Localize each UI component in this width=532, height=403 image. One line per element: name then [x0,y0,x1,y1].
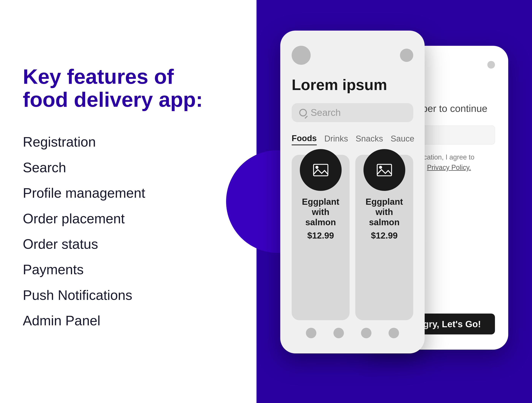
list-item: Profile management [23,185,234,201]
right-panel: bile number to continue 832 the applicat… [256,0,532,403]
bottom-nav [292,328,413,338]
search-placeholder: Search [311,107,341,118]
food-name: Eggplant with salmon [361,196,408,227]
svg-rect-2 [377,164,392,176]
category-tabs: Foods Drinks Snacks Sauce [292,133,413,145]
tab-drinks[interactable]: Drinks [324,134,348,145]
svg-point-3 [379,166,382,169]
nav-orders[interactable] [361,328,371,338]
image-placeholder-icon [313,164,328,176]
list-item: Payments [23,261,234,278]
list-item: Push Notifications [23,287,234,303]
feature-list: Registration Search Profile management O… [23,134,234,338]
list-item: Registration [23,134,234,150]
list-item: Order status [23,236,234,252]
nav-home[interactable] [306,328,316,338]
left-panel: Key features of food delivery app: Regis… [0,0,256,403]
phone-back-camera [487,61,495,69]
main-title: Key features of food delivery app: [23,65,234,111]
food-price: $12.99 [307,230,334,241]
phones-container: bile number to continue 832 the applicat… [280,31,508,372]
food-cards-grid: Eggplant with salmon $12.99 Eggplant wit… [292,155,413,320]
nav-profile[interactable] [389,328,399,338]
list-item: Admin Panel [23,312,234,329]
food-name: Eggplant with salmon [297,196,344,227]
page-title: Lorem ipsum [292,76,413,94]
phone-header [292,46,413,65]
svg-point-1 [315,166,318,169]
food-price: $12.99 [371,230,398,241]
list-item: Search [23,159,234,176]
svg-rect-0 [314,164,328,176]
notification-icon[interactable] [400,49,413,62]
food-card[interactable]: Eggplant with salmon $12.99 [292,155,350,320]
food-image [300,149,342,191]
search-bar[interactable]: Search [292,103,413,122]
nav-search[interactable] [333,328,344,338]
food-image [363,149,405,191]
search-icon [299,109,307,116]
tab-foods[interactable]: Foods [292,133,317,145]
tab-sauce[interactable]: Sauce [391,134,414,145]
phone-front-screen: Lorem ipsum Search Foods Drinks Snacks S… [280,31,425,353]
food-card[interactable]: Eggplant with salmon $12.99 [355,155,413,320]
avatar [292,46,311,65]
list-item: Order placement [23,210,234,227]
image-placeholder-icon [377,164,392,176]
tab-snacks[interactable]: Snacks [356,134,383,145]
